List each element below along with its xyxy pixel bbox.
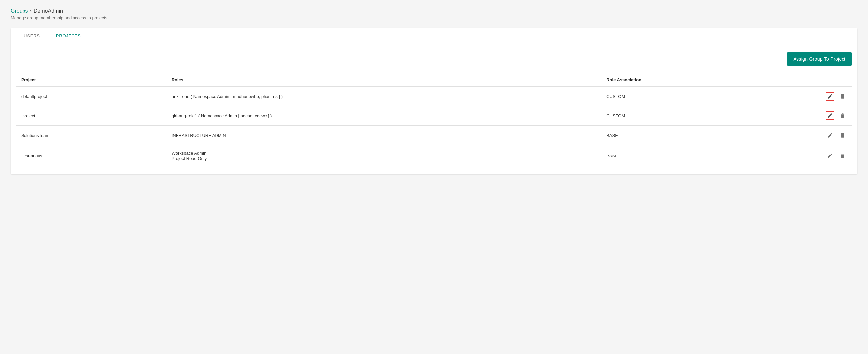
toolbar: Assign Group To Project <box>16 52 852 65</box>
edit-button[interactable] <box>826 152 834 160</box>
delete-button[interactable] <box>838 92 847 101</box>
breadcrumb-separator: › <box>30 8 31 14</box>
project-roles: giri-aug-role1 ( Namespace Admin [ adcae… <box>166 106 601 126</box>
role-association: BASE <box>601 145 752 167</box>
tabs-header: USERS PROJECTS <box>10 28 858 44</box>
page-subtitle: Manage group membership and access to pr… <box>10 15 858 20</box>
tab-content-projects: Assign Group To Project Project Roles Ro… <box>10 44 858 174</box>
role-association: BASE <box>601 126 752 145</box>
project-roles: ankit-one ( Namespace Admin [ madhunewbp… <box>166 87 601 106</box>
table-row: :test-audits Workspace Admin Project Rea… <box>16 145 852 167</box>
project-roles: Workspace Admin Project Read Only <box>166 145 601 167</box>
edit-button[interactable] <box>826 92 834 101</box>
table-row: :project giri-aug-role1 ( Namespace Admi… <box>16 106 852 126</box>
actions-cell <box>752 145 852 167</box>
delete-button[interactable] <box>838 111 847 120</box>
edit-button[interactable] <box>826 111 834 120</box>
role-association: CUSTOM <box>601 87 752 106</box>
project-name: :test-audits <box>16 145 166 167</box>
projects-table: Project Roles Role Association defaultpr… <box>16 73 852 166</box>
delete-button[interactable] <box>838 131 847 140</box>
project-name: defaultproject <box>16 87 166 106</box>
actions-cell <box>752 87 852 106</box>
col-header-project: Project <box>16 73 166 87</box>
col-header-role-association: Role Association <box>601 73 752 87</box>
delete-button[interactable] <box>838 152 847 160</box>
tabs-container: USERS PROJECTS Assign Group To Project P… <box>10 28 858 174</box>
actions-cell <box>752 106 852 126</box>
breadcrumb-groups-link[interactable]: Groups <box>10 8 28 14</box>
project-name: SolutionsTeam <box>16 126 166 145</box>
table-row: defaultproject ankit-one ( Namespace Adm… <box>16 87 852 106</box>
project-name: :project <box>16 106 166 126</box>
page-container: Groups › DemoAdmin Manage group membersh… <box>0 0 868 354</box>
actions-cell <box>752 126 852 145</box>
col-header-actions <box>752 73 852 87</box>
role-association: CUSTOM <box>601 106 752 126</box>
tab-users[interactable]: USERS <box>16 28 48 44</box>
assign-group-to-project-button[interactable]: Assign Group To Project <box>786 52 852 65</box>
table-row: SolutionsTeam INFRASTRUCTURE ADMIN BASE <box>16 126 852 145</box>
edit-button[interactable] <box>826 131 834 140</box>
project-roles: INFRASTRUCTURE ADMIN <box>166 126 601 145</box>
breadcrumb-current: DemoAdmin <box>34 8 63 14</box>
col-header-roles: Roles <box>166 73 601 87</box>
breadcrumb: Groups › DemoAdmin <box>10 8 858 14</box>
tab-projects[interactable]: PROJECTS <box>48 28 89 44</box>
